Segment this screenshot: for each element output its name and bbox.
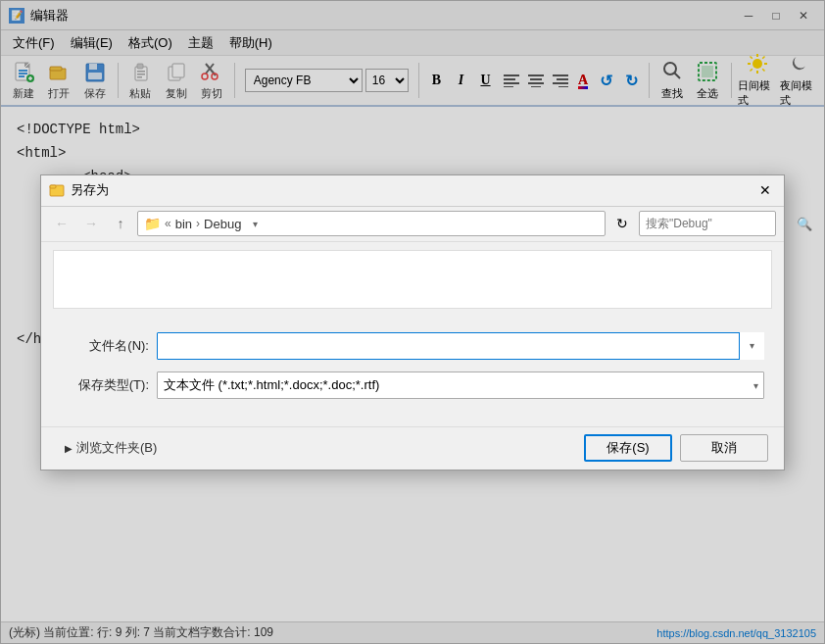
filetype-row: 保存类型(T): 文本文件 (*.txt;*.html;*.docx;*.doc… — [61, 372, 764, 399]
cancel-button[interactable]: 取消 — [680, 434, 768, 462]
save-confirm-button[interactable]: 保存(S) — [584, 434, 672, 462]
refresh-button[interactable]: ↻ — [609, 211, 635, 236]
dialog-title-bar: 另存为 ✕ — [41, 175, 784, 207]
dialog-action-buttons: 保存(S) 取消 — [584, 434, 768, 462]
filename-label: 文件名(N): — [61, 337, 149, 355]
svg-rect-51 — [50, 185, 56, 188]
search-box: 🔍 — [639, 211, 776, 236]
nav-back-button[interactable]: ← — [49, 211, 74, 236]
dialog-title: 另存为 — [71, 181, 754, 199]
dialog-search-icon: 🔍 — [797, 217, 812, 231]
dialog-close-button[interactable]: ✕ — [754, 179, 776, 201]
dialog-search-input[interactable] — [646, 217, 793, 230]
nav-up-button[interactable]: ↑ — [108, 211, 133, 236]
dialog-overlay: 另存为 ✕ ← → ↑ 📁 « bin › Debug ▾ ↻ — [1, 1, 824, 643]
filetype-select[interactable]: 文本文件 (*.txt;*.html;*.docx;*.doc;*.rtf) — [157, 372, 764, 399]
browse-files-button[interactable]: ▶ 浏览文件夹(B) — [57, 435, 165, 461]
filename-input-wrapper: ▾ — [157, 332, 764, 360]
filename-row: 文件名(N): ▾ — [61, 332, 764, 360]
path-part2: Debug — [204, 217, 241, 231]
path-dropdown-button[interactable]: ▾ — [245, 214, 265, 233]
dialog-body: 文件名(N): ▾ 保存类型(T): 文本文件 (*.txt;*.html;*.… — [41, 317, 784, 426]
save-as-dialog: 另存为 ✕ ← → ↑ 📁 « bin › Debug ▾ ↻ — [40, 174, 785, 471]
dialog-icon — [49, 182, 65, 198]
filename-dropdown-button[interactable]: ▾ — [739, 332, 764, 360]
browse-files-label: 浏览文件夹(B) — [76, 439, 157, 457]
nav-forward-button[interactable]: → — [78, 211, 104, 236]
path-prefix: « — [165, 217, 171, 230]
path-bar: 📁 « bin › Debug ▾ — [137, 211, 606, 236]
path-sep1: › — [196, 217, 200, 230]
path-folder-icon: 📁 — [144, 216, 161, 231]
file-browser-area — [53, 250, 772, 309]
browse-chevron-icon: ▶ — [65, 443, 73, 454]
filename-input[interactable] — [157, 332, 764, 360]
path-part1: bin — [175, 217, 192, 231]
dialog-nav: ← → ↑ 📁 « bin › Debug ▾ ↻ 🔍 — [41, 207, 784, 242]
main-window: 📝 编辑器 ─ □ ✕ 文件(F) 编辑(E) 格式(O) 主题 帮助(H) — [0, 0, 825, 644]
filetype-label: 保存类型(T): — [61, 376, 149, 394]
filetype-select-wrapper: 文本文件 (*.txt;*.html;*.docx;*.doc;*.rtf) ▾ — [157, 372, 764, 399]
dialog-footer: ▶ 浏览文件夹(B) 保存(S) 取消 — [41, 426, 784, 470]
